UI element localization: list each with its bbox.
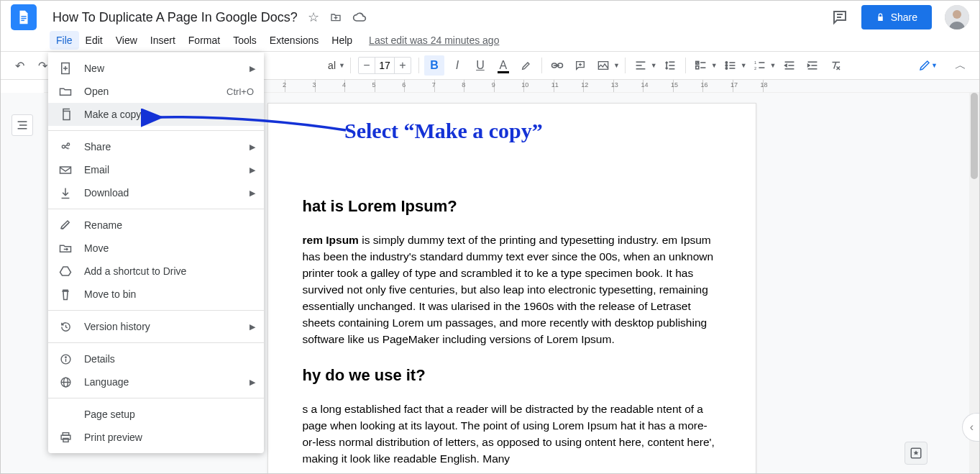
account-avatar[interactable] (945, 5, 969, 29)
svg-rect-0 (21, 16, 26, 17)
submenu-arrow-icon: ▶ (249, 165, 255, 175)
annotation-arrow-icon (141, 109, 349, 145)
menu-extensions[interactable]: Extensions (263, 31, 325, 50)
document-title[interactable]: How To Duplicate A Page In Google Docs? (50, 9, 301, 27)
document-outline-button[interactable] (12, 114, 33, 136)
font-size-increase[interactable]: + (395, 59, 411, 72)
highlight-button[interactable] (516, 55, 536, 76)
explore-button[interactable] (905, 442, 928, 465)
share-icon: + (58, 141, 73, 152)
underline-button[interactable]: U (470, 55, 490, 76)
folder-open-icon (58, 86, 73, 96)
font-size-value[interactable]: 17 (375, 58, 395, 73)
file-menu-page-setup[interactable]: Page setup (48, 403, 264, 426)
doc-heading: hat is Lorem Ipsum? (303, 197, 721, 216)
download-icon (58, 187, 73, 199)
menu-separator (48, 398, 264, 398)
file-menu-rename[interactable]: Rename (48, 214, 264, 237)
collapse-toolbar-button[interactable]: ︿ (951, 55, 971, 76)
menu-help[interactable]: Help (325, 31, 359, 50)
line-spacing-button[interactable] (660, 55, 680, 76)
history-icon (58, 321, 73, 333)
doc-paragraph: rem Ipsum is simply dummy text of the pr… (303, 232, 721, 347)
submenu-arrow-icon: ▶ (249, 64, 255, 73)
file-menu-new[interactable]: New▶ (48, 57, 264, 80)
bold-button[interactable]: B (424, 55, 444, 76)
file-menu-language[interactable]: Language▶ (48, 370, 264, 393)
increase-indent-button[interactable] (802, 55, 823, 76)
numbered-list-button[interactable]: 12 (750, 55, 770, 76)
menu-separator (48, 342, 264, 343)
insert-image-button[interactable] (593, 55, 613, 76)
file-menu-version-history[interactable]: Version history▶ (48, 315, 264, 338)
rename-icon (58, 219, 73, 231)
menu-shortcut: Ctrl+O (226, 86, 254, 97)
menu-item-label: Make a copy (84, 109, 141, 120)
pencil-icon (918, 59, 931, 72)
file-menu-details[interactable]: Details (48, 347, 264, 370)
font-size-decrease[interactable]: − (359, 59, 375, 72)
last-edit-link[interactable]: Last edit was 24 minutes ago (369, 35, 499, 46)
menu-file[interactable]: File (50, 31, 79, 50)
menu-view[interactable]: View (109, 31, 144, 50)
svg-point-6 (953, 10, 961, 19)
doc-heading: hy do we use it? (303, 366, 721, 385)
align-button[interactable] (631, 55, 651, 76)
menu-item-label: Rename (84, 219, 122, 231)
insert-link-button[interactable] (547, 55, 567, 76)
text-color-button[interactable]: A (493, 55, 513, 76)
file-menu-download[interactable]: Download▶ (48, 181, 264, 204)
insert-comment-button[interactable] (570, 55, 590, 76)
svg-text:1: 1 (754, 60, 756, 65)
menu-item-label: Share (84, 141, 111, 152)
cloud-status-icon[interactable] (352, 12, 367, 22)
file-menu-add-a-shortcut-to-drive[interactable]: Add a shortcut to Drive (48, 260, 264, 283)
menu-item-label: Move to bin (84, 288, 136, 300)
share-button[interactable]: Share (861, 5, 932, 29)
menu-item-label: Print preview (84, 432, 142, 443)
font-family-selector[interactable]: al (296, 60, 339, 71)
bulleted-list-button[interactable] (720, 55, 741, 76)
font-size-control[interactable]: − 17 + (358, 57, 411, 74)
document-page[interactable]: hat is Lorem Ipsum? rem Ipsum is simply … (267, 103, 756, 473)
doc-paragraph: s a long established fact that a reader … (303, 401, 721, 467)
svg-text:2: 2 (754, 66, 756, 70)
move-to-folder-icon[interactable] (329, 12, 342, 23)
star-icon[interactable]: ☆ (308, 9, 319, 25)
clear-formatting-button[interactable] (825, 55, 846, 76)
svg-rect-1 (21, 18, 26, 19)
submenu-arrow-icon: ▶ (249, 378, 255, 387)
file-menu-open[interactable]: OpenCtrl+O (48, 80, 264, 103)
menu-item-label: New (84, 63, 104, 74)
menu-insert[interactable]: Insert (144, 31, 182, 50)
mail-icon (58, 165, 73, 175)
docs-logo-icon[interactable] (11, 4, 37, 30)
plus-doc-icon (58, 62, 73, 75)
annotation-label: Select “Make a copy” (344, 119, 543, 143)
menu-item-label: Language (84, 376, 129, 388)
menu-tools[interactable]: Tools (226, 31, 263, 50)
file-menu-print-preview[interactable]: Print preview (48, 426, 264, 449)
editing-mode-button[interactable]: ▼ (912, 56, 943, 75)
file-menu-move[interactable]: Move (48, 237, 264, 260)
svg-rect-51 (60, 167, 71, 173)
file-menu-move-to-bin[interactable]: Move to bin (48, 283, 264, 306)
italic-button[interactable]: I (447, 55, 467, 76)
share-button-label: Share (891, 12, 917, 23)
globe-icon (58, 376, 73, 388)
checklist-button[interactable] (691, 55, 711, 76)
file-menu-email[interactable]: Email▶ (48, 158, 264, 181)
menu-item-label: Email (84, 164, 109, 176)
menu-format[interactable]: Format (182, 31, 226, 50)
move-icon (58, 243, 73, 253)
trash-icon (58, 288, 73, 301)
comment-history-icon[interactable] (831, 9, 848, 26)
undo-button[interactable]: ↶ (9, 55, 29, 76)
drive-shortcut-icon (58, 265, 73, 277)
info-icon (58, 353, 73, 365)
menu-item-label: Move (84, 242, 109, 254)
submenu-arrow-icon: ▶ (249, 188, 255, 198)
menu-edit[interactable]: Edit (79, 31, 109, 50)
decrease-indent-button[interactable] (779, 55, 800, 76)
copy-icon (58, 108, 73, 121)
